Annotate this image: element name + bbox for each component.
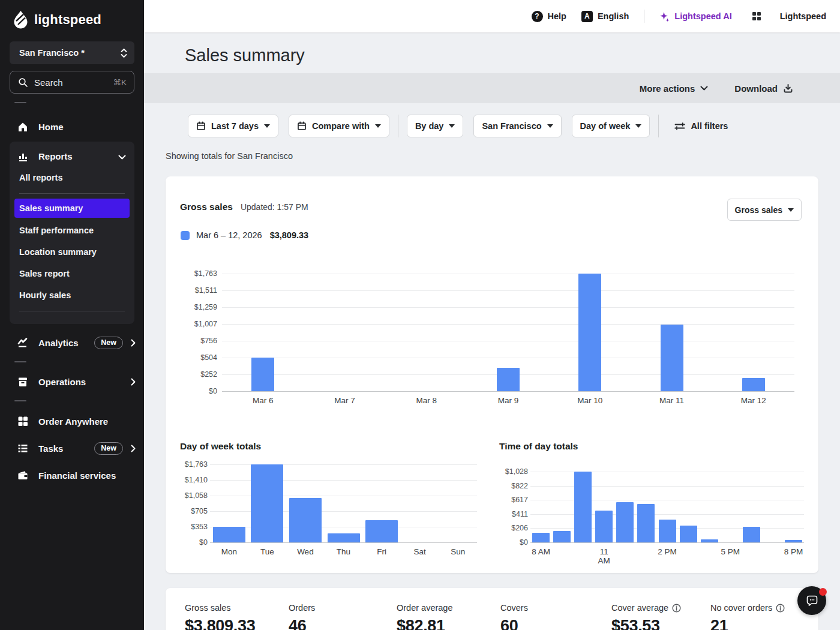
compare-with-filter[interactable]: Compare with	[289, 115, 389, 137]
sidebar-item-tasks[interactable]: Tasks New	[0, 438, 144, 458]
sidebar-item-all-reports[interactable]: All reports	[10, 167, 134, 188]
stat-value: 46	[289, 617, 315, 630]
gridline	[222, 324, 794, 325]
bar-1-pm[interactable]	[637, 504, 655, 542]
help-link[interactable]: ? Help	[532, 11, 566, 22]
x-axis-label: Mar 10	[549, 396, 631, 405]
gridline	[222, 341, 794, 341]
bar-tue[interactable]	[251, 464, 283, 542]
bar-mon[interactable]	[213, 527, 245, 542]
apps-grid-button[interactable]	[752, 11, 761, 21]
search-input[interactable]: Search ⌘K	[10, 71, 134, 94]
x-axis-label: Mar 9	[467, 396, 549, 405]
more-actions-button[interactable]: More actions	[640, 83, 709, 94]
sidebar-item-operations[interactable]: Operations	[0, 371, 144, 392]
caret-down-icon	[264, 124, 270, 128]
download-button[interactable]: Download	[734, 83, 793, 94]
chart-legend: Mar 6 – 12, 2026 $3,809.33	[181, 230, 308, 240]
bar-wed[interactable]	[289, 498, 322, 542]
stat-label: Covers	[500, 603, 528, 613]
bar-12-pm[interactable]	[616, 502, 634, 542]
info-icon[interactable]	[776, 604, 785, 613]
bar-6-pm[interactable]	[743, 527, 760, 542]
wallet-icon	[17, 470, 29, 480]
stat-value: 60	[500, 617, 528, 630]
caret-down-icon	[547, 124, 553, 128]
summary-stats-card: Gross sales$3,809.33Orders46Order averag…	[166, 588, 818, 630]
location-selector[interactable]: San Francisco *	[10, 41, 134, 64]
caret-down-icon	[788, 208, 794, 212]
all-filters-button[interactable]: All filters	[674, 121, 728, 131]
bar-thu[interactable]	[328, 533, 360, 542]
y-tick-label: $0	[180, 387, 217, 395]
stat-label: Cover average	[611, 603, 681, 613]
sidebar-item-financial-services[interactable]: Financial services	[0, 465, 144, 485]
bar-mar-12[interactable]	[742, 378, 765, 391]
bar-3-pm[interactable]	[680, 526, 697, 542]
y-tick-label: $504	[180, 353, 217, 362]
bar-mar-10[interactable]	[578, 274, 601, 391]
x-axis-label: Wed	[286, 547, 325, 556]
filter-divider	[658, 115, 659, 137]
info-icon[interactable]	[672, 604, 681, 613]
gridline	[530, 486, 804, 487]
x-axis-label: Tue	[248, 547, 287, 556]
gridline	[210, 542, 477, 543]
bar-4-pm[interactable]	[701, 539, 718, 542]
sidebar-item-sales-report[interactable]: Sales report	[10, 263, 134, 284]
sidebar-item-sales-summary[interactable]: Sales summary	[14, 199, 130, 218]
new-badge: New	[94, 337, 123, 349]
sidebar-item-location-summary[interactable]: Location summary	[10, 241, 134, 263]
x-axis-label: 2 PM	[657, 547, 678, 556]
search-icon	[18, 77, 28, 88]
legend-date-range: Mar 6 – 12, 2026	[196, 230, 262, 240]
legend-swatch	[181, 231, 190, 240]
chevron-right-icon	[131, 339, 136, 347]
day-of-week-chart: $0$353$705$1,058$1,410$1,763MonTueWedThu…	[180, 461, 483, 559]
bar-2-pm[interactable]	[659, 520, 676, 542]
sidebar-item-order-anywhere[interactable]: Order Anywhere	[0, 411, 144, 431]
card-header: Gross sales Updated: 1:57 PM	[180, 202, 308, 212]
x-axis-label: Mar 11	[631, 396, 712, 405]
y-tick-label: $0	[499, 538, 528, 547]
y-tick-label: $822	[499, 482, 528, 490]
reports-group: Reports All reportsSales summaryStaff pe…	[10, 142, 134, 324]
bar-fri[interactable]	[365, 520, 398, 542]
stat-label: Gross sales	[185, 603, 255, 613]
stat-label: Order average	[397, 603, 453, 613]
sidebar-item-hourly-sales[interactable]: Hourly sales	[10, 284, 134, 306]
y-tick-label: $353	[180, 523, 208, 531]
sidebar-item-staff-performance[interactable]: Staff performance	[10, 220, 134, 241]
gridline	[222, 307, 794, 308]
bar-8-am[interactable]	[532, 533, 550, 542]
gridline	[530, 472, 804, 472]
logo-wordmark: lightspeed	[34, 12, 101, 28]
bar-mar-9[interactable]	[497, 368, 520, 391]
by-day-filter[interactable]: By day	[407, 115, 464, 137]
bar-10-am[interactable]	[574, 472, 592, 542]
sidebar-item-home[interactable]: Home	[0, 116, 144, 137]
bar-9-am[interactable]	[553, 531, 571, 542]
y-tick-label: $1,511	[180, 286, 217, 295]
new-badge: New	[94, 442, 123, 455]
last-7-days-filter[interactable]: Last 7 days	[188, 115, 278, 137]
lightspeed-ai-link[interactable]: Lightspeed AI	[659, 11, 731, 22]
bar-mar-6[interactable]	[251, 358, 274, 391]
gross-sales-chart: $0$252$504$756$1,007$1,259$1,511$1,763Ma…	[180, 266, 804, 409]
day-of-week-filter[interactable]: Day of week	[572, 115, 650, 137]
showing-totals-text: Showing totals for San Francisco	[166, 151, 840, 161]
language-selector[interactable]: A English	[581, 11, 629, 22]
sidebar-item-analytics[interactable]: Analytics New	[0, 332, 144, 353]
bar-mar-11[interactable]	[661, 325, 683, 391]
y-tick-label: $1,028	[499, 467, 528, 476]
account-brand-link[interactable]: Lightspeed	[780, 11, 826, 21]
x-axis-label: Mon	[210, 547, 248, 556]
bar-8-pm[interactable]	[785, 540, 802, 542]
x-axis-label: 8 AM	[530, 547, 551, 556]
gridline	[222, 391, 794, 392]
san-francisco-filter[interactable]: San Francisco	[473, 115, 561, 137]
y-tick-label: $411	[499, 510, 528, 518]
sidebar-item-reports[interactable]: Reports	[10, 145, 134, 167]
metric-dropdown[interactable]: Gross sales	[727, 199, 802, 221]
bar-11-am[interactable]	[595, 511, 613, 542]
